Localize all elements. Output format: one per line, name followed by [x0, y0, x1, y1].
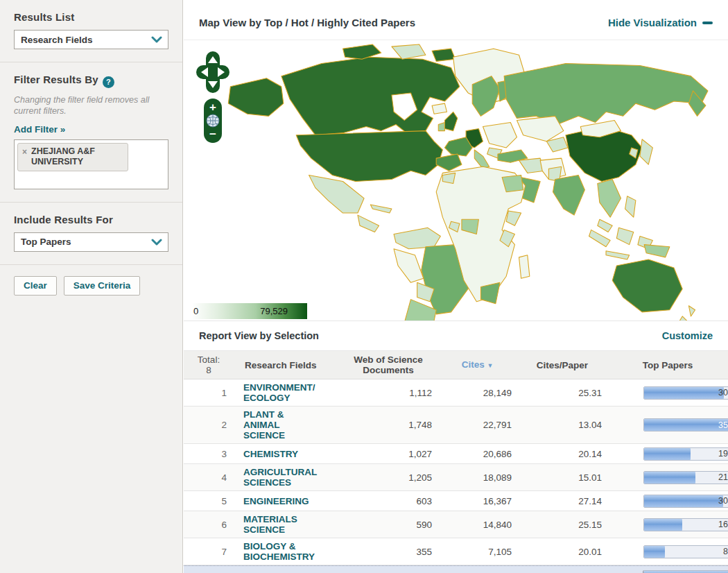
row-rank: 6 — [184, 520, 234, 530]
hide-visualization-label: Hide Visualization — [608, 17, 697, 28]
table-row[interactable]: 1 ENVIRONMENT/ECOLOGY 1,112 28,149 25.31… — [184, 379, 728, 407]
country-italy[interactable] — [474, 150, 489, 169]
country-india[interactable] — [553, 175, 585, 215]
zoom-in-icon[interactable]: + — [209, 101, 216, 114]
wos-documents-value: 1,112 — [339, 388, 437, 398]
country-japan[interactable] — [640, 139, 652, 164]
country-egypt[interactable] — [502, 175, 523, 191]
country-malaysia[interactable] — [598, 219, 612, 232]
customize-link[interactable]: Customize — [662, 330, 713, 341]
table-row[interactable]: 3 CHEMISTRY 1,027 20,686 20.14 19 — [184, 444, 728, 464]
table-row[interactable]: 4 AGRICULTURAL SCIENCES 1,205 18,089 15.… — [184, 464, 728, 491]
field-link[interactable]: MATERIALS SCIENCE — [243, 514, 317, 535]
country-peru[interactable] — [394, 249, 424, 283]
cites-per-paper-value: 25.31 — [517, 388, 607, 398]
wos-documents-value: 603 — [339, 496, 437, 506]
eastern-europe[interactable] — [483, 122, 517, 147]
island-sumatra[interactable] — [589, 230, 611, 246]
help-icon[interactable]: ? — [103, 76, 114, 88]
cites-per-paper-value: 20.14 — [517, 449, 607, 459]
island-java[interactable] — [606, 251, 630, 259]
filter-note-text: Changing the filter field removes all cu… — [14, 94, 168, 117]
map-controls: + − — [196, 51, 232, 143]
country-new-guinea[interactable] — [644, 245, 670, 257]
table-row-all-fields-selected[interactable]: 0 ALL FIELDS 8,389 152,555 18.19 181 — [184, 565, 728, 573]
top-papers-value: 21 — [718, 472, 728, 484]
country-colombia-venezuela[interactable] — [394, 228, 440, 248]
field-link[interactable]: BIOLOGY & BIOCHEMISTRY — [243, 541, 317, 562]
top-papers-value: 35 — [718, 419, 728, 431]
world-map[interactable] — [184, 40, 728, 320]
table-row[interactable]: 7 BIOLOGY & BIOCHEMISTRY 355 7,105 20.01… — [184, 538, 728, 565]
country-australia[interactable] — [612, 259, 682, 312]
arctic-island[interactable] — [432, 49, 456, 61]
country-alaska[interactable] — [228, 78, 284, 117]
country-philippines[interactable] — [625, 196, 636, 217]
row-rank: 4 — [184, 472, 234, 483]
cites-value: 28,149 — [437, 388, 517, 398]
save-criteria-button[interactable]: Save Criteria — [64, 276, 141, 296]
field-link[interactable]: PLANT & ANIMAL SCIENCE — [243, 409, 317, 441]
main-panel: Map View by Top / Hot / Highly Cited Pap… — [184, 0, 728, 573]
cites-per-paper-value: 13.04 — [517, 420, 607, 430]
table-row[interactable]: 6 MATERIALS SCIENCE 590 14,840 25.15 16 — [184, 511, 728, 538]
top-papers-value: 16 — [718, 519, 728, 531]
country-uk[interactable] — [444, 112, 457, 130]
clear-button[interactable]: Clear — [14, 276, 57, 296]
report-view-header: Report View by Selection Customize — [184, 320, 728, 351]
central-america[interactable] — [358, 215, 379, 232]
cites-value: 22,791 — [437, 420, 517, 430]
legend-min-value: 0 — [193, 306, 198, 316]
collapse-minus-icon — [702, 22, 713, 24]
field-link[interactable]: AGRICULTURAL SCIENCES — [243, 467, 317, 488]
country-new-zealand-north[interactable] — [688, 306, 695, 316]
top-papers-bar: 19 — [643, 447, 728, 461]
country-russia[interactable] — [504, 63, 708, 124]
results-list-select[interactable]: Research Fields — [14, 30, 168, 49]
include-results-select[interactable]: Top Papers — [14, 232, 168, 252]
hide-visualization-link[interactable]: Hide Visualization — [608, 17, 713, 28]
sort-descending-icon: ▼ — [487, 362, 493, 369]
country-cuba[interactable] — [370, 205, 392, 213]
map-view-header: Map View by Top / Hot / Highly Cited Pap… — [184, 0, 728, 40]
results-list-heading: Results List — [14, 11, 168, 23]
add-filter-link[interactable]: Add Filter » — [14, 124, 65, 135]
country-iceland[interactable] — [432, 103, 447, 114]
column-header-top-papers[interactable]: Top Papers — [607, 357, 728, 374]
top-papers-bar: 21 — [643, 471, 728, 484]
field-link[interactable]: ENGINEERING — [243, 496, 309, 506]
arctic-island[interactable] — [392, 44, 426, 59]
row-rank: 5 — [184, 496, 234, 506]
top-papers-bar: 8 — [643, 545, 728, 558]
wos-documents-value: 1,205 — [339, 472, 437, 483]
top-papers-bar: 30 — [643, 495, 728, 508]
country-canada[interactable] — [281, 57, 460, 135]
country-kazakhstan[interactable] — [517, 116, 563, 141]
table-row[interactable]: 5 ENGINEERING 603 16,367 27.14 30 — [184, 491, 728, 511]
country-indochina[interactable] — [598, 179, 621, 217]
column-header-research-fields[interactable]: Research Fields — [234, 357, 339, 374]
country-usa[interactable] — [296, 131, 442, 182]
row-rank: 7 — [184, 547, 234, 557]
filter-tag-university[interactable]: × ZHEJIANG A&F UNIVERSITY — [17, 143, 128, 171]
field-link[interactable]: ENVIRONMENT/ECOLOGY — [243, 382, 317, 403]
top-papers-bar: 181 — [643, 570, 728, 573]
cites-per-paper-value: 27.14 — [517, 496, 607, 506]
country-ireland[interactable] — [438, 122, 444, 130]
column-header-cites-per-paper[interactable]: Cites/Paper — [517, 357, 607, 374]
country-morocco[interactable] — [442, 173, 455, 183]
table-row[interactable]: 2 PLANT & ANIMAL SCIENCE 1,748 22,791 13… — [184, 407, 728, 444]
top-papers-bar: 35 — [643, 418, 728, 431]
map-zoom-control[interactable]: + − — [204, 99, 222, 143]
field-link[interactable]: CHEMISTRY — [243, 449, 298, 459]
country-ethiopia[interactable] — [506, 211, 521, 225]
zoom-out-icon[interactable]: − — [209, 128, 216, 141]
column-header-cites[interactable]: Cites ▼ — [437, 356, 517, 375]
choropleth-map-area[interactable]: + − 0 79,529 — [184, 40, 728, 320]
map-pan-control[interactable] — [196, 51, 229, 93]
remove-filter-icon[interactable]: × — [22, 147, 27, 157]
island-borneo[interactable] — [616, 228, 633, 244]
country-new-zealand[interactable] — [676, 316, 688, 320]
column-header-wos-documents[interactable]: Web of Science Documents — [339, 351, 437, 379]
country-madagascar[interactable] — [519, 255, 530, 278]
